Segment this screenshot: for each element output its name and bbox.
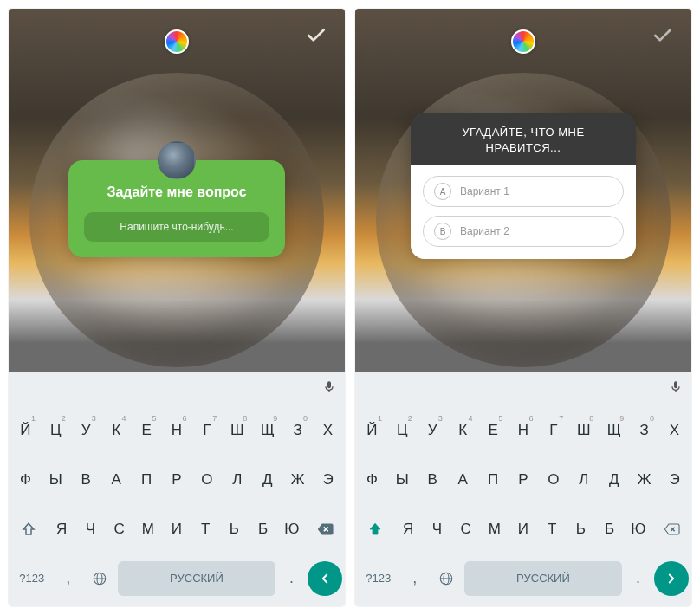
color-picker-icon[interactable] xyxy=(165,29,189,54)
shift-key[interactable] xyxy=(358,511,393,547)
globe-key[interactable] xyxy=(431,561,462,596)
key-К[interactable]: К4 xyxy=(449,412,477,449)
mic-icon[interactable] xyxy=(322,380,336,398)
key-З[interactable]: З0 xyxy=(630,412,658,449)
key-ш[interactable]: ш8 xyxy=(223,412,251,449)
key-г[interactable]: г7 xyxy=(192,412,221,449)
key-с[interactable]: с xyxy=(106,511,133,547)
key-С[interactable]: С xyxy=(452,511,479,547)
key-А[interactable]: А xyxy=(449,462,477,498)
key-р[interactable]: р xyxy=(163,462,191,498)
key-О[interactable]: О xyxy=(539,462,567,498)
key-у[interactable]: у3 xyxy=(72,412,100,449)
key-Н[interactable]: Н6 xyxy=(509,412,538,449)
keyboard-row-bottom: ?123 , Русский . xyxy=(355,554,691,603)
key-Ю[interactable]: Ю xyxy=(625,511,651,547)
key-д[interactable]: д xyxy=(253,462,282,498)
key-Й[interactable]: Й1 xyxy=(358,412,386,449)
key-Э[interactable]: Э xyxy=(660,462,689,498)
enter-key[interactable] xyxy=(654,561,689,596)
color-picker-icon[interactable] xyxy=(511,29,535,54)
suggestion-bar xyxy=(9,372,345,405)
key-Л[interactable]: Л xyxy=(569,462,598,498)
key-Щ[interactable]: Щ9 xyxy=(600,412,628,449)
space-key[interactable]: Русский xyxy=(464,561,622,596)
key-л[interactable]: л xyxy=(223,462,251,498)
key-ч[interactable]: ч xyxy=(77,511,104,547)
key-б[interactable]: б xyxy=(250,511,276,547)
key-Ж[interactable]: Ж xyxy=(630,462,658,498)
key-к[interactable]: к4 xyxy=(102,412,131,449)
key-Х[interactable]: Х xyxy=(660,412,689,449)
backspace-key[interactable] xyxy=(653,511,689,547)
keyboard-rows: й1ц2у3к4е5н6г7ш8щ9з0х фывапролджэ ячсмит… xyxy=(9,405,345,606)
key-в[interactable]: в xyxy=(72,462,100,498)
key-м[interactable]: м xyxy=(134,511,161,547)
globe-key[interactable] xyxy=(84,561,115,596)
quiz-sticker[interactable]: УГАДАЙТЕ, ЧТО МНЕ НРАВИТСЯ... A Вариант … xyxy=(411,113,636,259)
key-ж[interactable]: ж xyxy=(283,462,312,498)
key-т[interactable]: т xyxy=(192,511,219,547)
key-Ц[interactable]: Ц2 xyxy=(388,412,417,449)
key-Т[interactable]: Т xyxy=(539,511,566,547)
symbols-key[interactable]: ?123 xyxy=(358,561,399,596)
story-canvas[interactable]: Задайте мне вопрос Напишите что-нибудь..… xyxy=(9,9,345,372)
key-Б[interactable]: Б xyxy=(596,511,623,547)
story-canvas[interactable]: УГАДАЙТЕ, ЧТО МНЕ НРАВИТСЯ... A Вариант … xyxy=(355,9,691,372)
key-е[interactable]: е5 xyxy=(133,412,161,449)
key-п[interactable]: п xyxy=(133,462,161,498)
key-М[interactable]: М xyxy=(481,511,508,547)
quiz-option-b[interactable]: B Вариант 2 xyxy=(423,216,624,247)
key-Я[interactable]: Я xyxy=(395,511,422,547)
key-о[interactable]: о xyxy=(192,462,221,498)
question-input[interactable]: Напишите что-нибудь... xyxy=(84,212,269,242)
quiz-option-a[interactable]: A Вариант 1 xyxy=(423,176,624,207)
keyboard-row-bottom: ?123 , Русский . xyxy=(9,554,345,603)
confirm-check-icon[interactable] xyxy=(651,24,674,50)
key-Р[interactable]: Р xyxy=(509,462,538,498)
key-П[interactable]: П xyxy=(479,462,508,498)
key-н[interactable]: н6 xyxy=(163,412,191,449)
symbols-key[interactable]: ?123 xyxy=(11,561,52,596)
key-Ч[interactable]: Ч xyxy=(424,511,450,547)
quiz-title[interactable]: УГАДАЙТЕ, ЧТО МНЕ НРАВИТСЯ... xyxy=(411,113,636,165)
quiz-option-letter: A xyxy=(434,183,451,200)
key-У[interactable]: У3 xyxy=(418,412,447,449)
key-И[interactable]: И xyxy=(509,511,536,547)
key-и[interactable]: и xyxy=(163,511,190,547)
key-Ь[interactable]: Ь xyxy=(567,511,594,547)
comma-key[interactable]: , xyxy=(400,561,429,596)
enter-key[interactable] xyxy=(308,561,342,596)
key-Ш[interactable]: Ш8 xyxy=(569,412,598,449)
confirm-check-icon[interactable] xyxy=(305,24,327,50)
key-з[interactable]: з0 xyxy=(283,412,312,449)
key-Ф[interactable]: Ф xyxy=(358,462,386,498)
key-а[interactable]: а xyxy=(102,462,131,498)
key-ь[interactable]: ь xyxy=(221,511,248,547)
key-я[interactable]: я xyxy=(49,511,75,547)
period-key[interactable]: . xyxy=(624,561,652,596)
key-э[interactable]: э xyxy=(314,462,342,498)
space-key[interactable]: Русский xyxy=(118,561,275,596)
comma-key[interactable]: , xyxy=(54,561,82,596)
key-Г[interactable]: Г7 xyxy=(539,412,567,449)
period-key[interactable]: . xyxy=(277,561,306,596)
shift-key[interactable] xyxy=(11,511,47,547)
keyboard-row-2: фывапролджэ xyxy=(9,455,345,504)
key-Д[interactable]: Д xyxy=(600,462,628,498)
keyboard-row-2: ФЫВАПРОЛДЖЭ xyxy=(355,455,691,504)
key-х[interactable]: х xyxy=(314,412,342,449)
mic-icon[interactable] xyxy=(669,380,683,398)
key-Е[interactable]: Е5 xyxy=(479,412,508,449)
key-ю[interactable]: ю xyxy=(278,511,305,547)
key-й[interactable]: й1 xyxy=(11,412,40,449)
question-title[interactable]: Задайте мне вопрос xyxy=(84,184,269,200)
key-щ[interactable]: щ9 xyxy=(253,412,282,449)
key-Ы[interactable]: Ы xyxy=(388,462,417,498)
question-sticker[interactable]: Задайте мне вопрос Напишите что-нибудь..… xyxy=(68,160,285,257)
key-ц[interactable]: ц2 xyxy=(42,412,70,449)
backspace-key[interactable] xyxy=(307,511,342,547)
key-ф[interactable]: ф xyxy=(11,462,40,498)
key-ы[interactable]: ы xyxy=(42,462,70,498)
key-В[interactable]: В xyxy=(418,462,447,498)
